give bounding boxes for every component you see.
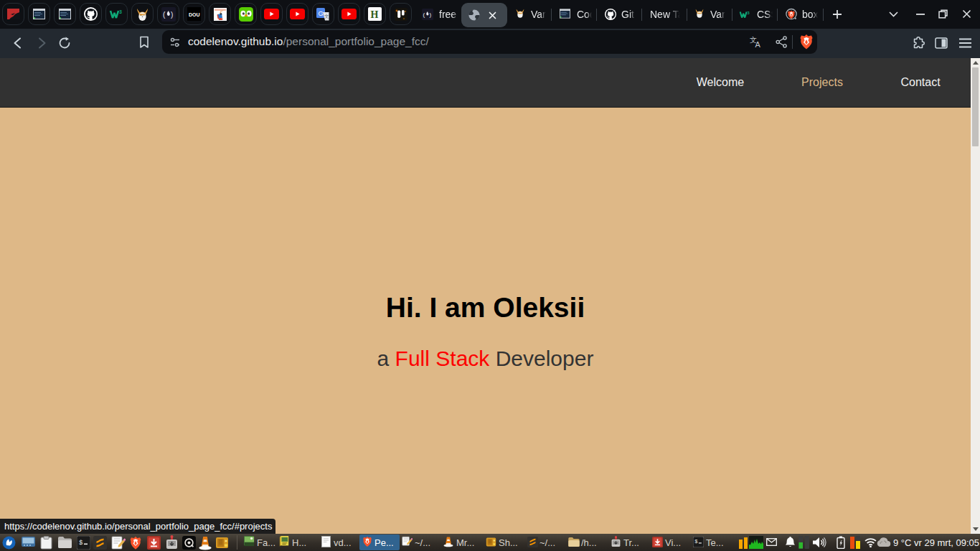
svg-text:3: 3 bbox=[747, 11, 749, 15]
svg-text:文: 文 bbox=[324, 14, 329, 19]
svg-text:A: A bbox=[755, 40, 761, 49]
svg-text:G: G bbox=[319, 9, 324, 17]
svg-text:$: $ bbox=[79, 540, 83, 547]
svg-text:(: ( bbox=[423, 11, 425, 18]
svg-text:H: H bbox=[370, 9, 378, 20]
svg-text:): ) bbox=[171, 11, 173, 19]
svg-text:DOU: DOU bbox=[189, 12, 200, 17]
svg-text:): ) bbox=[429, 11, 431, 18]
svg-text:$: $ bbox=[694, 539, 697, 545]
svg-text:3: 3 bbox=[119, 9, 122, 14]
